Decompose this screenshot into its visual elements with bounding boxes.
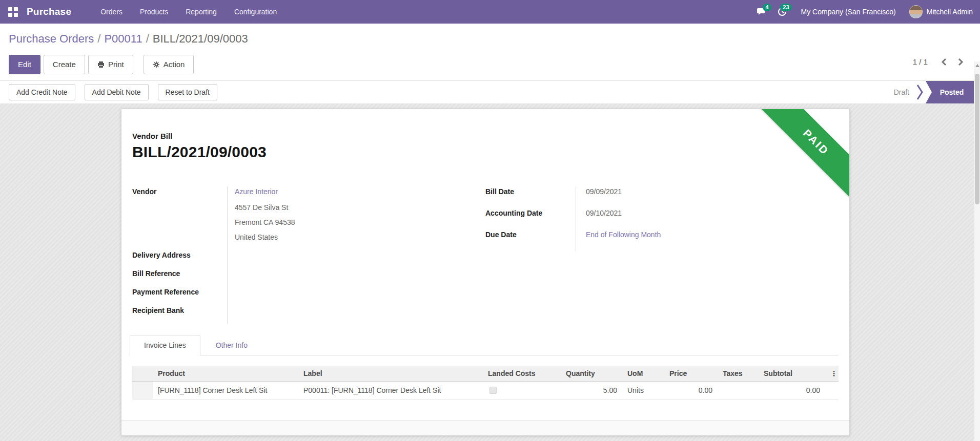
create-button[interactable]: Create	[44, 55, 85, 74]
vendor-bill-sheet: PAID Vendor Bill BILL/2021/09/0003 Vendo…	[121, 109, 850, 436]
column-header-product[interactable]: Product	[153, 366, 298, 382]
column-header-price[interactable]: Price	[664, 366, 718, 382]
statusbar: Add Credit Note Add Debit Note Reset to …	[0, 80, 980, 104]
form-view-background: PAID Vendor Bill BILL/2021/09/0003 Vendo…	[0, 103, 974, 441]
add-credit-note-button[interactable]: Add Credit Note	[9, 84, 75, 100]
pager-previous-icon[interactable]	[941, 58, 947, 66]
action-button[interactable]: Action	[144, 55, 194, 74]
payment-terms-link[interactable]: End of Following Month	[586, 230, 661, 239]
cell-subtotal: 0.00	[759, 382, 825, 400]
cell-product: [FURN_1118] Corner Desk Left Sit	[153, 382, 298, 400]
document-name: BILL/2021/09/0003	[132, 143, 839, 161]
landed-costs-checkbox	[489, 387, 497, 394]
activities-button[interactable]: 23	[773, 3, 791, 20]
nav-menu-configuration[interactable]: Configuration	[226, 0, 285, 24]
breadcrumb-p00011[interactable]: P00011	[104, 32, 142, 45]
pager-next-icon[interactable]	[958, 58, 964, 66]
totals-section	[121, 420, 849, 436]
tab-invoice-lines[interactable]: Invoice Lines	[130, 335, 200, 355]
payment-reference-value	[227, 287, 470, 305]
cell-quantity: 5.00	[561, 382, 622, 400]
column-header-label[interactable]: Label	[298, 366, 483, 382]
field-bill-reference: Bill Reference	[132, 268, 485, 287]
state-draft[interactable]: Draft	[894, 88, 909, 96]
breadcrumb-separator: /	[146, 32, 149, 45]
column-header-taxes[interactable]: Taxes	[718, 366, 759, 382]
cell-label: P00011: [FURN_1118] Corner Desk Left Sit	[298, 382, 483, 400]
bill-date-value: 09/09/2021	[576, 186, 828, 208]
bill-reference-value	[227, 268, 470, 287]
cell-landed-costs	[483, 382, 561, 400]
optional-columns-icon[interactable]: ⋮	[825, 366, 839, 382]
delivery-address-value	[227, 250, 470, 268]
edit-button[interactable]: Edit	[9, 55, 40, 74]
nav-menu-orders[interactable]: Orders	[92, 0, 131, 24]
field-due-date: Due Date End of Following Month	[485, 229, 839, 251]
tab-other-info[interactable]: Other Info	[208, 335, 256, 355]
notebook-tabs: Invoice Lines Other Info	[132, 335, 839, 355]
messages-count-badge: 4	[763, 4, 771, 11]
activities-count-badge: 23	[780, 4, 791, 11]
messages-button[interactable]: 4	[753, 3, 770, 20]
field-vendor: Vendor Azure Interior 4557 De Silva St F…	[132, 186, 485, 250]
state-posted: Posted	[926, 81, 974, 103]
breadcrumb-purchase-orders[interactable]: Purchase Orders	[9, 32, 94, 45]
add-debit-note-button[interactable]: Add Debit Note	[85, 84, 149, 100]
vertical-scrollbar[interactable]	[974, 61, 980, 441]
control-panel: Purchase Orders/P00011/BILL/2021/09/0003…	[0, 24, 980, 80]
field-recipient-bank: Recipient Bank	[132, 305, 485, 324]
navbar-right: 4 23 My Company (San Francisco) Mitchell…	[753, 3, 973, 20]
gear-icon	[153, 61, 160, 68]
table-footer-space	[132, 400, 839, 420]
scrollbar-up-arrow-icon[interactable]	[975, 64, 979, 67]
breadcrumb-separator: /	[97, 32, 100, 45]
accounting-date-value: 09/10/2021	[576, 208, 828, 229]
breadcrumb-current: BILL/2021/09/0003	[153, 32, 248, 45]
row-handle[interactable]	[132, 382, 153, 400]
field-payment-reference: Payment Reference	[132, 287, 485, 305]
apps-menu-icon[interactable]	[8, 7, 18, 17]
field-delivery-address: Delivery Address	[132, 250, 485, 268]
scrollbar-thumb[interactable]	[975, 74, 979, 204]
field-bill-date: Bill Date 09/09/2021	[485, 186, 839, 208]
cell-uom: Units	[622, 382, 664, 400]
avatar	[909, 5, 923, 18]
reset-to-draft-button[interactable]: Reset to Draft	[158, 84, 217, 100]
top-navbar: Purchase Orders Products Reporting Confi…	[0, 0, 980, 24]
cell-price: 0.00	[664, 382, 718, 400]
user-name: Mitchell Admin	[927, 8, 973, 16]
cell-taxes	[718, 382, 759, 400]
table-header-row: Product Label Landed Costs Quantity UoM …	[132, 366, 839, 382]
nav-menu-reporting[interactable]: Reporting	[177, 0, 226, 24]
control-panel-buttons: Edit Create Print Action	[9, 55, 980, 80]
column-header-uom[interactable]: UoM	[622, 366, 664, 382]
vendor-link[interactable]: Azure Interior	[235, 187, 278, 196]
app-name[interactable]: Purchase	[27, 6, 71, 17]
vendor-address: 4557 De Silva St Fremont CA 94538 United…	[235, 200, 470, 245]
printer-icon	[97, 61, 105, 68]
pager: 1 / 1	[913, 57, 964, 66]
document-type-label: Vendor Bill	[132, 132, 839, 140]
invoice-lines-table: Product Label Landed Costs Quantity UoM …	[132, 366, 839, 400]
column-header-landed-costs[interactable]: Landed Costs	[483, 366, 561, 382]
handle-column-header	[132, 366, 153, 382]
print-button[interactable]: Print	[88, 55, 133, 74]
field-accounting-date: Accounting Date 09/10/2021	[485, 208, 839, 229]
pager-counter: 1 / 1	[913, 57, 928, 66]
column-header-quantity[interactable]: Quantity	[561, 366, 622, 382]
main-menu: Orders Products Reporting Configuration	[92, 0, 285, 24]
statusbar-arrow-icon	[916, 81, 924, 103]
user-menu[interactable]: Mitchell Admin	[909, 5, 973, 18]
column-header-subtotal[interactable]: Subtotal	[759, 366, 825, 382]
company-switcher[interactable]: My Company (San Francisco)	[794, 8, 906, 16]
field-groups: Vendor Azure Interior 4557 De Silva St F…	[132, 186, 839, 324]
invoice-line-row[interactable]: [FURN_1118] Corner Desk Left Sit P00011:…	[132, 382, 839, 400]
statusbar-states: Draft Posted	[894, 81, 974, 103]
breadcrumb: Purchase Orders/P00011/BILL/2021/09/0003	[9, 32, 980, 46]
recipient-bank-value	[227, 305, 470, 324]
nav-menu-products[interactable]: Products	[131, 0, 177, 24]
